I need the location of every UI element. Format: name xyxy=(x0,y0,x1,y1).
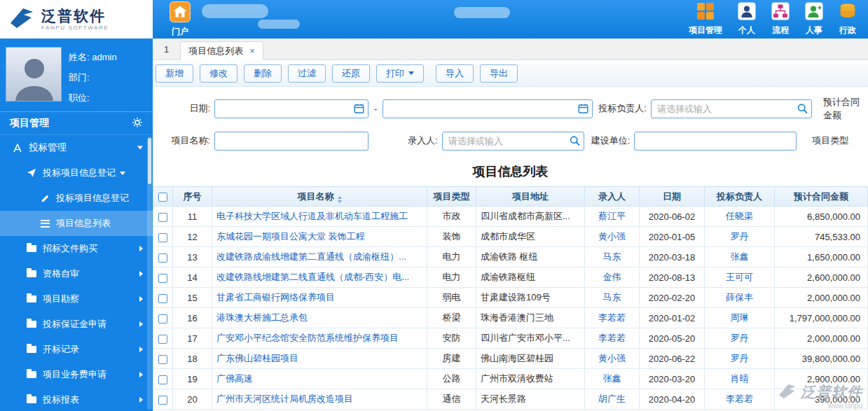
recorder-link[interactable]: 金伟 xyxy=(603,272,621,282)
calendar-icon[interactable] xyxy=(354,104,364,114)
row-checkbox[interactable] xyxy=(158,213,167,222)
toolbar-button-5[interactable]: 打印 xyxy=(376,64,424,83)
table-header-row: 序号项目名称项目类型项目地址录入人日期投标负责人预计合同金额 xyxy=(153,187,868,207)
sidebar-folder-item[interactable]: 资格自审 xyxy=(0,261,153,286)
folder-icon xyxy=(27,371,36,378)
sidebar-folder-item[interactable]: 项目勘察 xyxy=(0,286,153,312)
bid-manager-input[interactable] xyxy=(651,99,812,118)
bid-manager-link[interactable]: 罗丹 xyxy=(731,231,749,242)
project-name-link[interactable]: 东城花园一期项目公寓大堂 装饰工程 xyxy=(216,231,365,242)
bid-manager-link[interactable]: 张鑫 xyxy=(731,251,749,262)
build-unit-input[interactable] xyxy=(634,132,797,151)
toolbar-button-label: 导出 xyxy=(490,67,508,80)
column-header[interactable]: 项目名称 xyxy=(212,187,427,207)
toolbar-button-0[interactable]: 新增 xyxy=(156,64,193,83)
sidebar-folder-item[interactable]: 投标保证金申请 xyxy=(0,312,153,337)
project-name-link[interactable]: 广佛高速 xyxy=(216,373,253,384)
project-type-text: 电力 xyxy=(443,251,461,262)
top-nav-person[interactable]: 个人 xyxy=(738,2,756,36)
recorder-link[interactable]: 李若若 xyxy=(598,333,626,343)
top-nav-coins[interactable]: 行政 xyxy=(839,2,857,36)
column-header: 预计合同金额 xyxy=(775,187,868,207)
row-checkbox[interactable] xyxy=(158,314,167,323)
project-name-link[interactable]: 广安邓小平纪念馆安全防范系统维护保养项目 xyxy=(216,333,399,343)
project-name-link[interactable]: 广州市天河区统计局机房改造项目 xyxy=(216,393,353,404)
project-type-text: 通信 xyxy=(443,393,461,404)
top-nav-grid[interactable]: 项目管理 xyxy=(689,2,722,36)
sidebar-folder-item[interactable]: 招标文件购买 xyxy=(0,236,153,261)
calendar-icon[interactable] xyxy=(578,104,588,114)
search-icon[interactable] xyxy=(570,136,580,146)
recorder-link[interactable]: 张鑫 xyxy=(603,373,621,384)
date-text: 2020-05-20 xyxy=(649,333,696,344)
column-header-label: 项目名称 xyxy=(298,191,334,202)
top-nav-workflow[interactable]: 流程 xyxy=(771,2,790,36)
recorder-link[interactable]: 马东 xyxy=(603,251,621,262)
project-name-link[interactable]: 改建铁路成渝线增建第二直通线（成渝枢纽）... xyxy=(216,251,406,262)
project-name-link[interactable]: 电子科技大学区域人行道及非机动车道工程施工 xyxy=(216,211,408,221)
recorder-link[interactable]: 李若若 xyxy=(598,312,626,323)
row-checkbox[interactable] xyxy=(158,253,167,263)
top-nav-portal[interactable]: 门户 xyxy=(170,0,191,39)
column-header-label: 项目类型 xyxy=(434,191,470,202)
project-name-input[interactable] xyxy=(214,132,368,151)
bid-manager-link[interactable]: 任晓渠 xyxy=(726,211,753,221)
toolbar-button-1[interactable]: 修改 xyxy=(200,64,237,83)
bid-manager-link[interactable]: 薛保丰 xyxy=(726,292,753,302)
column-header: 序号 xyxy=(173,187,212,207)
toolbar-button-2[interactable]: 删除 xyxy=(244,64,282,83)
sort-icon[interactable] xyxy=(338,196,342,203)
project-address-text: 佛山南海区碧桂园 xyxy=(481,353,553,363)
bid-manager-link[interactable]: 李若若 xyxy=(726,393,753,404)
row-checkbox[interactable] xyxy=(158,233,167,242)
toolbar-button-6[interactable]: 导入 xyxy=(436,64,474,83)
date-text: 2020-08-13 xyxy=(649,272,696,283)
row-checkbox[interactable] xyxy=(158,274,167,283)
table-row: 14改建铁路线增建第二线直通线（成都-西安）电...电力成渝铁路枢纽金伟2020… xyxy=(153,267,868,288)
sidebar-item-bid-info-register-parent[interactable]: 投标项目信息登记 xyxy=(0,160,153,186)
bid-manager-link[interactable]: 王可可 xyxy=(726,272,753,282)
project-name-link[interactable]: 甘肃省工商银行网络保养项目 xyxy=(216,292,335,302)
row-checkbox[interactable] xyxy=(158,335,167,344)
recorder-input[interactable] xyxy=(442,132,584,151)
sidebar-item-bid-info-register[interactable]: 投标项目信息登记 xyxy=(0,186,153,211)
project-name-link[interactable]: 港珠澳大桥施工总承包 xyxy=(216,312,308,323)
sidebar-item-project-info-list[interactable]: 项目信息列表 xyxy=(0,211,153,236)
toolbar-button-4[interactable]: 还原 xyxy=(332,64,370,83)
recorder-link[interactable]: 黄小强 xyxy=(598,231,626,242)
bid-manager-link[interactable]: 周琳 xyxy=(731,312,749,323)
bid-manager-link[interactable]: 肖晴 xyxy=(731,373,749,384)
close-icon[interactable]: × xyxy=(249,46,255,56)
top-nav-hr[interactable]: 人事 xyxy=(805,2,823,36)
date-from-input[interactable] xyxy=(214,99,368,118)
sidebar-folder-item[interactable]: 项目业务费申请 xyxy=(0,362,153,387)
scrollbar-thumb[interactable] xyxy=(148,138,151,184)
sidebar-group-bid-management[interactable]: 投标管理 xyxy=(0,135,153,160)
recorder-link[interactable]: 蔡江平 xyxy=(598,211,626,221)
bid-manager-link[interactable]: 罗丹 xyxy=(731,333,749,343)
row-checkbox[interactable] xyxy=(158,375,167,384)
date-to-input[interactable] xyxy=(383,99,593,118)
row-checkbox[interactable] xyxy=(158,294,167,303)
sidebar-scrollbar[interactable] xyxy=(147,137,152,410)
project-name-link[interactable]: 改建铁路线增建第二线直通线（成都-西安）电... xyxy=(216,272,409,282)
sidebar-folder-item[interactable]: 投标报表 xyxy=(0,387,153,411)
recorder-link[interactable]: 黄小强 xyxy=(598,353,626,363)
gear-icon[interactable] xyxy=(132,117,143,130)
toolbar-button-7[interactable]: 导出 xyxy=(480,64,518,83)
sidebar-section-header[interactable]: 项目管理 xyxy=(0,111,153,135)
recorder-link[interactable]: 胡广生 xyxy=(598,393,626,404)
select-all-checkbox[interactable] xyxy=(158,193,167,202)
recorder-link[interactable]: 马东 xyxy=(603,292,621,302)
project-name-link[interactable]: 广东佛山碧桂园项目 xyxy=(216,353,298,363)
search-icon[interactable] xyxy=(797,104,808,114)
sidebar-folder-item[interactable]: 开标记录 xyxy=(0,337,153,362)
tab-project-info-list[interactable]: 项目信息列表 × xyxy=(180,41,263,60)
row-checkbox[interactable] xyxy=(158,396,167,405)
row-checkbox[interactable] xyxy=(158,355,167,364)
sequence-number: 18 xyxy=(187,354,197,364)
toolbar-button-3[interactable]: 过滤 xyxy=(288,64,326,83)
tab-label: 项目信息列表 xyxy=(188,45,243,57)
user-card: 姓名: admin 部门: 职位: xyxy=(0,39,153,111)
bid-manager-link[interactable]: 罗丹 xyxy=(731,353,749,363)
